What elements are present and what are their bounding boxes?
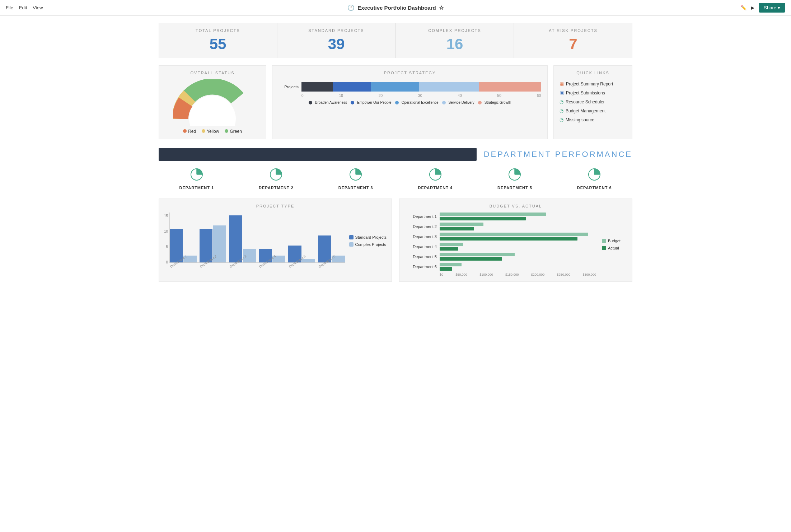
quick-link-project-submissions[interactable]: ▣ Project Submissions	[559, 88, 627, 97]
kpi-value-2: 16	[403, 36, 506, 53]
menu-edit[interactable]: Edit	[19, 5, 27, 10]
budget-row-6: Department 6	[404, 263, 596, 271]
budget-bar-light-2	[440, 223, 483, 226]
dept-name-3: DEPARTMENT 3	[338, 186, 373, 190]
dept-icon-1[interactable]: DEPARTMENT 1	[159, 168, 235, 190]
dept-icon-6[interactable]: DEPARTMENT 6	[556, 168, 632, 190]
legend-strategic: Strategic Growth	[478, 101, 511, 104]
legend-red: Red	[183, 129, 196, 134]
budget-x-axis: $0 $50,000 $100,000 $150,000 $200,000 $2…	[404, 273, 596, 276]
budget-row-1: Department 1	[404, 213, 596, 220]
budget-chart-main: Department 1 Department 2	[404, 213, 596, 276]
budget-bar-dark-2	[440, 227, 474, 230]
budget-bar-light-5	[440, 253, 515, 256]
present-icon[interactable]: ▶	[751, 5, 754, 10]
dept-pie-icon-3	[349, 168, 362, 183]
dept-banner: DEPARTMENT PERFORMANCE	[159, 148, 632, 161]
kpi-label-1: STANDARD PROJECTS	[285, 28, 388, 33]
menu-items: File Edit View	[6, 5, 43, 10]
dept-icon-4[interactable]: DEPARTMENT 4	[397, 168, 473, 190]
kpi-value-1: 39	[285, 36, 388, 53]
dept-pie-icon-5	[508, 168, 521, 183]
dept-pie-icon-4	[429, 168, 442, 183]
kpi-card-3: AT RISK PROJECTS 7	[514, 23, 632, 58]
project-strategy-card: PROJECT STRATEGY Projects 0 10 20	[272, 65, 548, 139]
project-strategy-title: PROJECT STRATEGY	[277, 71, 542, 75]
dept-pie-icon-1	[190, 168, 203, 183]
budget-row-5: Department 5	[404, 253, 596, 261]
kpi-label-0: TOTAL PROJECTS	[166, 28, 270, 33]
dept-name-1: DEPARTMENT 1	[179, 186, 214, 190]
project-type-card: PROJECT TYPE 15 10 5 0	[159, 199, 392, 282]
ql-icon-1: ▣	[560, 90, 564, 95]
ql-icon-4: ◔	[560, 117, 563, 122]
y-axis: 15 10 5 0	[164, 214, 169, 264]
quick-links-list: ▦ Project Summary Report ▣ Project Submi…	[559, 79, 627, 124]
bars-container	[169, 213, 345, 263]
budget-row-3: Department 3	[404, 233, 596, 241]
dept-pie-icon-2	[270, 168, 282, 183]
legend-service: Service Delivery	[442, 101, 474, 104]
budget-label-1: Department 1	[404, 214, 437, 219]
dept-name-5: DEPARTMENT 5	[497, 186, 532, 190]
dept-icon-5[interactable]: DEPARTMENT 5	[477, 168, 553, 190]
dept-bar-bg	[159, 148, 477, 161]
budget-bar-light-3	[440, 233, 588, 236]
budget-legend: Budget Actual	[602, 213, 627, 276]
legend-yellow: Yellow	[202, 129, 219, 134]
star-icon[interactable]: ☆	[439, 5, 444, 11]
quick-links-title: QUICK LINKS	[559, 71, 627, 75]
clock-icon: 🕐	[347, 4, 355, 11]
ql-icon-2: ◔	[560, 99, 563, 104]
strategy-bar-outer	[301, 82, 541, 92]
edit-icon[interactable]: ✏️	[741, 5, 746, 10]
bar-group-3	[229, 215, 256, 262]
legend-empower: Empower Our People	[351, 101, 392, 104]
bottom-row: PROJECT TYPE 15 10 5 0	[159, 199, 632, 282]
dept-name-6: DEPARTMENT 6	[577, 186, 612, 190]
budget-label-4: Department 4	[404, 244, 437, 249]
project-type-title: PROJECT TYPE	[164, 204, 387, 208]
dept-name-4: DEPARTMENT 4	[418, 186, 453, 190]
gauge-chart	[173, 79, 252, 126]
kpi-card-1: STANDARD PROJECTS 39	[277, 23, 396, 58]
legend-budget: Budget	[602, 239, 627, 243]
quick-link-resource-scheduler[interactable]: ◔ Resource Scheduler	[559, 97, 627, 106]
strategy-x-axis: 0 10 20 30 40 50 60	[279, 94, 541, 98]
second-row: OVERALL STATUS Red	[159, 65, 632, 139]
budget-bar-dark-4	[440, 247, 458, 251]
menu-file[interactable]: File	[6, 5, 13, 10]
legend-complex: Complex Projects	[349, 242, 387, 247]
quick-link-project-summary[interactable]: ▦ Project Summary Report	[559, 79, 627, 88]
overall-status-title: OVERALL STATUS	[164, 71, 261, 75]
gauge-container: Red Yellow Green	[164, 79, 261, 134]
kpi-label-3: AT RISK PROJECTS	[521, 28, 625, 33]
dept-icon-3[interactable]: DEPARTMENT 3	[318, 168, 394, 190]
bar-std-3	[229, 215, 242, 262]
menu-view[interactable]: View	[33, 5, 43, 10]
dept-icons-row: DEPARTMENT 1 DEPARTMENT 2	[159, 168, 632, 190]
budget-bar-dark-5	[440, 257, 502, 261]
strategy-chart: Projects 0 10 20 30 40 50	[277, 79, 542, 107]
quick-link-budget-management[interactable]: ◔ Budget Management	[559, 106, 627, 115]
budget-vs-actual-title: BUDGET Vs. ACTUAL	[404, 204, 627, 208]
share-button[interactable]: Share ▾	[759, 3, 785, 13]
ql-icon-3: ◔	[560, 108, 563, 113]
budget-label-6: Department 6	[404, 265, 437, 269]
legend-actual: Actual	[602, 246, 627, 250]
budget-label-2: Department 2	[404, 224, 437, 229]
quick-link-missing-source[interactable]: ◔ Missing source	[559, 115, 627, 124]
budget-label-3: Department 3	[404, 234, 437, 239]
project-type-chart-container: 15 10 5 0	[164, 213, 387, 269]
legend-broaden: Broaden Awareness	[309, 101, 347, 104]
kpi-value-0: 55	[166, 36, 270, 53]
dept-name-2: DEPARTMENT 2	[259, 186, 294, 190]
title-center: 🕐 Executive Portfolio Dashboard ☆	[347, 4, 443, 11]
ql-icon-0: ▦	[560, 81, 564, 87]
legend-operational: Operational Excellence	[395, 101, 439, 104]
kpi-row: TOTAL PROJECTS 55 STANDARD PROJECTS 39 C…	[159, 23, 632, 58]
budget-chart-container: Department 1 Department 2	[404, 213, 627, 276]
legend-standard: Standard Projects	[349, 235, 387, 239]
budget-bar-dark-6	[440, 267, 452, 271]
dept-icon-2[interactable]: DEPARTMENT 2	[238, 168, 314, 190]
